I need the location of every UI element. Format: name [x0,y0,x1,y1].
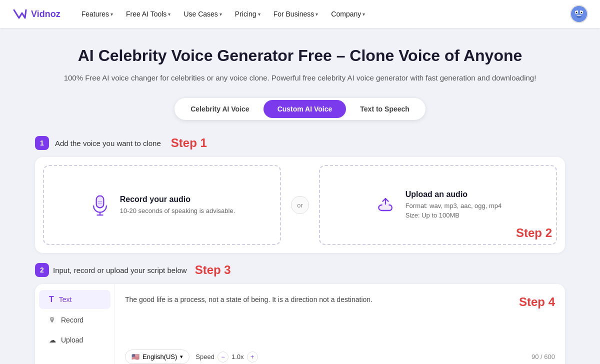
tab-celebrity-ai-voice[interactable]: Celebrity AI Voice [176,100,263,118]
step1-annotation: Step 1 [171,136,207,150]
script-text-content[interactable]: The good life is a process, not a state … [125,294,513,306]
logo-text: Vidnoz [31,9,60,20]
script-inner: T Text 🎙 Record ☁ Upload The good life i… [35,284,565,364]
navbar: Vidnoz Features ▾ Free AI Tools ▾ Use Ca… [0,0,600,28]
upload-title: Upload an audio [406,190,502,199]
script-tab-upload-label: Upload [61,336,83,344]
step1-badge: 1 [35,136,49,150]
record-option-text: Record your audio 10-20 seconds of speak… [120,195,236,216]
main-content: AI Celebrity Voice Generator Free – Clon… [25,28,575,364]
nav-item-free-ai-tools[interactable]: Free AI Tools ▾ [121,7,176,21]
step2-badge: 2 [35,263,49,277]
char-count: 90 / 600 [532,353,555,360]
hero-subtitle: 100% Free AI voice changer for celebriti… [35,72,565,84]
record-title: Record your audio [120,195,236,204]
audio-card: Record your audio 10-20 seconds of speak… [35,157,565,253]
text-icon: T [49,295,54,304]
script-tab-record[interactable]: 🎙 Record [39,311,110,329]
chevron-down-icon: ▾ [180,354,183,360]
svg-point-4 [581,12,582,14]
chevron-down-icon: ▾ [316,12,318,17]
nav-item-for-business[interactable]: For Business ▾ [268,7,324,21]
step3-annotation: Step 3 [195,263,231,277]
speed-value: 1.0x [232,353,244,360]
speed-control: Speed − 1.0x + [196,352,258,362]
nav-item-pricing[interactable]: Pricing ▾ [230,7,266,21]
avatar[interactable] [570,5,588,23]
nav-item-company[interactable]: Company ▾ [326,7,370,21]
chevron-down-icon: ▾ [110,12,113,17]
step2-header: 2 Input, record or upload your script be… [35,263,565,277]
chevron-down-icon: ▾ [220,12,222,17]
tab-text-to-speech[interactable]: Text to Speech [346,100,424,118]
script-card: T Text 🎙 Record ☁ Upload The good life i… [35,284,565,364]
tab-group: Celebrity AI Voice Custom AI Voice Text … [174,98,426,120]
svg-point-3 [576,12,578,14]
script-main: The good life is a process, not a state … [115,284,565,364]
record-option[interactable]: Record your audio 10-20 seconds of speak… [43,165,281,245]
nav-item-features[interactable]: Features ▾ [76,7,118,21]
script-tab-upload[interactable]: ☁ Upload [39,331,110,349]
logo[interactable]: Vidnoz [12,6,60,22]
audio-options: Record your audio 10-20 seconds of speak… [43,165,557,245]
chevron-down-icon: ▾ [362,12,365,17]
chevron-down-icon: ▾ [168,12,170,17]
step2-label: Input, record or upload your script belo… [53,266,187,274]
upload-option-text: Upload an audio Format: wav, mp3, aac, o… [406,190,502,220]
upload-icon: ☁ [49,336,56,344]
or-circle: or [291,196,309,214]
chevron-down-icon: ▾ [258,12,260,17]
svg-point-0 [571,6,587,22]
step1-label: Add the voice you want to clone [55,139,161,148]
tab-custom-ai-voice[interactable]: Custom AI Voice [264,100,346,118]
record-icon: 🎙 [49,316,56,324]
script-sidebar: T Text 🎙 Record ☁ Upload [35,284,115,364]
step1-header: 1 Add the voice you want to clone Step 1 [35,136,565,150]
script-tab-text[interactable]: T Text [39,290,110,309]
step2-annotation: Step 2 [516,226,552,240]
page-title: AI Celebrity Voice Generator Free – Clon… [35,46,565,65]
tabs-container: Celebrity AI Voice Custom AI Voice Text … [35,98,565,120]
language-label: English(US) [142,353,177,360]
flag-icon: 🇺🇸 [132,353,140,360]
script-tab-text-label: Text [59,296,72,304]
step4-annotation: Step 4 [519,295,555,309]
speed-label: Speed [196,353,214,360]
nav-item-use-cases[interactable]: Use Cases ▾ [178,7,226,21]
script-tab-record-label: Record [61,316,84,324]
record-desc: 10-20 seconds of speaking is advisable. [120,206,236,216]
nav-links: Features ▾ Free AI Tools ▾ Use Cases ▾ P… [76,7,570,21]
speed-increase-button[interactable]: + [247,352,258,362]
upload-size: Size: Up to 100MB [406,210,502,220]
upload-desc: Format: wav, mp3, aac, ogg, mp4 [406,201,502,211]
script-footer: 🇺🇸 English(US) ▾ Speed − 1.0x + 90 / 600 [125,350,555,364]
speed-decrease-button[interactable]: − [218,352,228,362]
language-select[interactable]: 🇺🇸 English(US) ▾ [125,350,190,364]
or-separator: or [281,165,319,245]
